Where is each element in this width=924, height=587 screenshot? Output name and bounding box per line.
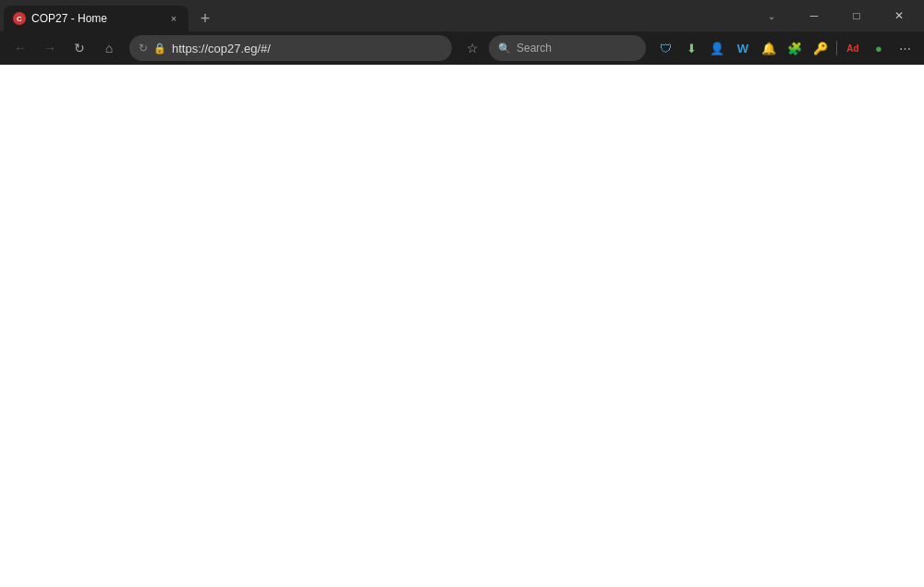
key-icon[interactable]: 🔑 (808, 36, 833, 60)
refresh-button[interactable]: ↻ (67, 35, 92, 61)
tab-title: COP27 - Home (31, 12, 161, 25)
tab-overflow-button[interactable]: ⌄ (758, 0, 785, 31)
toolbar-extensions: 🛡 ⬇ 👤 W 🔔 🧩 🔑 Ad ● ⋯ (653, 36, 917, 60)
notification-icon[interactable]: 🔔 (757, 36, 781, 60)
adblock-icon[interactable]: Ad (841, 36, 865, 60)
url-text: https://cop27.eg/#/ (172, 42, 443, 55)
search-bar[interactable]: 🔍 Search (489, 35, 646, 61)
lock-icon: 🔒 (153, 43, 166, 55)
browser-menu-button[interactable]: ⋯ (893, 36, 917, 60)
tab-favicon: C (13, 12, 26, 25)
green-extension-icon[interactable]: ● (867, 36, 891, 60)
tab-close-button[interactable]: × (166, 11, 181, 26)
forward-button[interactable]: → (37, 35, 63, 61)
search-placeholder-text: Search (517, 42, 552, 55)
browser-chrome: C COP27 - Home × + ⌄ ─ □ ✕ ← → ↻ ⌂ ↻ 🔒 h… (0, 0, 924, 65)
reload-icon: ↻ (139, 42, 148, 55)
close-button[interactable]: ✕ (878, 0, 920, 31)
maximize-button[interactable]: □ (835, 0, 878, 31)
download-icon[interactable]: ⬇ (679, 36, 703, 60)
active-tab[interactable]: C COP27 - Home × (4, 6, 188, 31)
title-bar: C COP27 - Home × + ⌄ ─ □ ✕ (0, 0, 924, 31)
navigation-bar: ← → ↻ ⌂ ↻ 🔒 https://cop27.eg/#/ ☆ 🔍 Sear… (0, 31, 924, 65)
tab-bar: C COP27 - Home × + (4, 0, 758, 31)
new-tab-button[interactable]: + (192, 6, 218, 31)
profile-icon[interactable]: 👤 (705, 36, 729, 60)
w-extension-icon[interactable]: W (731, 36, 755, 60)
page-content (0, 65, 924, 587)
shield-icon[interactable]: 🛡 (653, 36, 677, 60)
search-icon: 🔍 (498, 43, 511, 55)
bookmark-button[interactable]: ☆ (459, 35, 485, 61)
toolbar-separator (836, 41, 837, 55)
window-controls: ─ □ ✕ (793, 0, 920, 31)
extensions-icon[interactable]: 🧩 (783, 36, 807, 60)
home-button[interactable]: ⌂ (96, 35, 122, 61)
address-bar[interactable]: ↻ 🔒 https://cop27.eg/#/ (129, 35, 452, 61)
minimize-button[interactable]: ─ (793, 0, 835, 31)
back-button[interactable]: ← (7, 35, 33, 61)
